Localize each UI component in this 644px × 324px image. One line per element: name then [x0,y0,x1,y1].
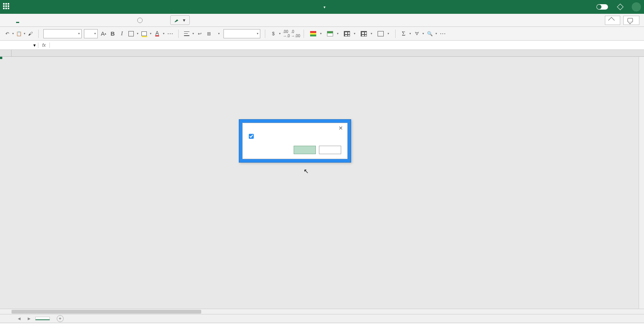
currency-button[interactable]: $ [270,30,277,37]
status-bar [0,322,644,324]
bold-button[interactable]: B [109,30,116,37]
bulb-icon [137,18,143,23]
headers-checkbox-row[interactable] [249,134,341,139]
format-icon [378,31,384,36]
italic-button[interactable]: I [118,30,125,37]
table-button[interactable]: ▾ [342,31,357,36]
styles-icon [327,31,333,36]
select-all-corner[interactable] [0,50,12,56]
decrease-decimal-button[interactable]: .0→.00 [292,30,299,37]
tab-data[interactable] [51,18,54,23]
merge-icon[interactable]: ⊞ [205,30,212,37]
share-icon [608,17,615,23]
chevron-down-icon[interactable]: ▾ [12,32,14,35]
comment-icon [628,18,633,22]
increase-decimal-button[interactable]: .00→.0 [283,30,290,37]
add-sheet-button[interactable]: + [57,315,64,322]
autosum-button[interactable]: Σ [400,30,407,37]
tab-formulas[interactable] [39,18,42,23]
tab-help[interactable] [85,18,88,23]
more-ribbon-button[interactable]: ⋯ [439,30,446,37]
headers-checkbox[interactable] [249,134,254,139]
chevron-down-icon[interactable]: ▾ [422,32,424,35]
app-launcher-icon[interactable] [3,3,11,11]
close-icon[interactable]: ✕ [338,125,343,131]
sheet-nav-next[interactable]: ► [25,316,33,321]
name-box[interactable]: ▾ [0,43,38,48]
diamond-icon [617,4,624,10]
tab-view[interactable] [74,18,77,23]
chevron-down-icon[interactable]: ▾ [24,32,25,35]
format-as-table-button[interactable]: ▾ [359,31,374,36]
chevron-down-icon[interactable]: ▾ [409,32,411,35]
vertical-scrollbar[interactable] [639,57,644,309]
conditional-format-button[interactable]: ▾ [309,31,323,36]
chevron-down-icon[interactable]: ▾ [137,32,138,35]
menu-tabs: ▾ [0,14,644,27]
tell-me-search[interactable] [137,18,146,23]
font-name-select[interactable]: ▾ [43,29,82,38]
cancel-button[interactable] [319,146,341,154]
fx-icon[interactable]: fx [38,43,50,48]
font-color-button[interactable]: A [154,30,161,37]
scrollbar-thumb[interactable] [12,310,201,314]
chevron-down-icon[interactable]: ▾ [163,32,164,35]
fill-color-button[interactable] [141,30,148,37]
sort-filter-button[interactable]: ᗊ [413,30,420,37]
format-as-table-dialog: ✕ [239,119,351,163]
doc-title-group[interactable]: ▾ [319,5,325,9]
tab-insert[interactable] [28,18,31,23]
ok-button[interactable] [294,146,316,154]
chevron-down-icon[interactable]: ▾ [435,32,437,35]
sheet-tab-bar: ◄ ► + [0,314,644,322]
more-font-button[interactable]: ⋯ [167,30,174,37]
tab-file[interactable] [5,18,8,23]
toggle-icon [596,4,608,10]
tab-home[interactable] [16,18,19,23]
chevron-down-icon[interactable]: ▾ [279,32,281,35]
align-button[interactable] [183,30,190,37]
table-icon [344,31,350,36]
find-button[interactable]: 🔍 [426,30,433,37]
paste-button[interactable]: 📋 [15,30,22,37]
format-as-table-icon [361,31,367,36]
format-painter-button[interactable]: 🖌 [27,30,34,37]
number-format-select[interactable]: ▾ [223,29,260,38]
horizontal-scrollbar[interactable] [0,309,644,314]
styles-button[interactable]: ▾ [325,31,340,36]
ribbon-toolbar: ↶▾ 📋▾ 🖌 ▾ ▾ A▴ B I ▾ ▾ A▾ ⋯ ▾ ↩ ⊞ ▾ ▾ $▾… [0,27,644,41]
borders-button[interactable] [128,30,135,37]
chevron-down-icon: ▾ [324,5,325,9]
font-size-select[interactable]: ▾ [84,29,98,38]
conditional-icon [310,31,316,36]
pencil-icon [174,18,178,22]
comments-button[interactable] [623,16,639,25]
chevron-down-icon: ▾ [183,17,186,23]
chevron-down-icon[interactable]: ▾ [192,32,194,35]
wrap-text-button[interactable]: ↩ [196,30,203,37]
format-button[interactable]: ▾ [376,31,391,36]
chevron-down-icon[interactable]: ▾ [150,32,151,35]
selection-outline [0,57,2,58]
tab-review[interactable] [62,18,65,23]
sheet-tab[interactable] [35,317,50,320]
sheet-nav-prev[interactable]: ◄ [15,316,23,321]
column-headers-row [0,50,644,57]
grow-font-button[interactable]: A▴ [100,30,107,37]
go-premium-button[interactable] [618,5,625,9]
share-button[interactable] [605,16,620,25]
spreadsheet-grid[interactable] [0,50,644,309]
formula-bar: ▾ fx [0,41,644,50]
single-line-toggle[interactable] [596,4,611,10]
merge-button[interactable]: ▾ [215,32,221,35]
undo-button[interactable]: ↶ [4,30,11,37]
title-bar: ▾ [0,0,644,14]
user-avatar[interactable] [632,2,641,12]
editing-mode-button[interactable]: ▾ [170,15,190,25]
